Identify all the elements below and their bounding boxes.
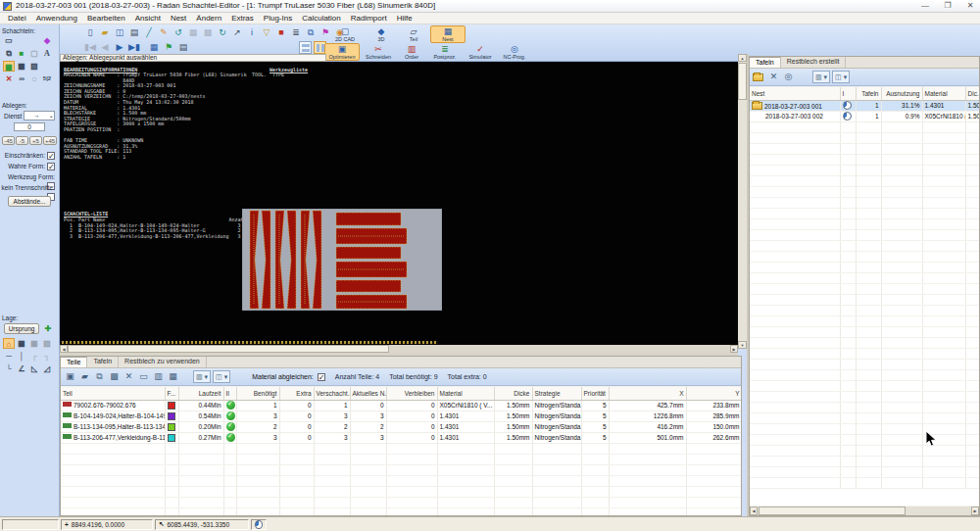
close-button[interactable]: ✕ [963, 0, 977, 12]
draw-line-icon[interactable]: ╱ [142, 26, 156, 39]
scrollbar-thumb[interactable] [759, 507, 906, 515]
array-full-icon[interactable]: ▩ [16, 61, 27, 72]
array-selected-icon[interactable]: ▦ [3, 61, 15, 72]
grid-1-icon[interactable]: ▦ [16, 338, 27, 349]
angle-minus-45-button[interactable]: -45 [2, 136, 15, 145]
grid-icon[interactable]: ▦ [147, 41, 161, 54]
circle-dashed-icon[interactable]: ◌ [28, 73, 40, 84]
open-icon[interactable]: ▰ [98, 26, 112, 39]
nest-canvas[interactable]: BEARBEITUNGSINFORMATIONEN Werkzeugliste … [60, 62, 738, 340]
table-row[interactable]: B-113-134-095,Halter-B-113-134-09... 0.2… [61, 421, 741, 432]
origin-add-icon[interactable]: ✚ [42, 323, 54, 334]
material-match-checkbox[interactable] [318, 373, 325, 381]
nest-target-icon[interactable]: ◎ [782, 71, 795, 83]
jump-icon[interactable]: ↗ [230, 26, 244, 39]
open-nest-icon[interactable] [753, 73, 763, 81]
triangle-right-icon[interactable]: ◿ [41, 363, 53, 374]
workflow-3d-button[interactable]: ◆ 3D [366, 25, 397, 43]
workflow-order-button[interactable]: ▥ Order [397, 43, 426, 61]
origin-home-icon[interactable]: ⌂ [3, 338, 15, 349]
angle-input[interactable]: 0 [14, 122, 45, 131]
angle-minus-5-button[interactable]: -5 [16, 136, 28, 145]
sequence-icon[interactable]: ↺ [172, 26, 185, 39]
menu-calculation[interactable]: Calculation [297, 13, 346, 24]
import-part-icon[interactable]: ▰ [78, 370, 91, 383]
workflow-postproz-button[interactable]: ≣ Postproz. [428, 43, 462, 61]
view-dropdown-2[interactable]: ◫ ▾ [832, 71, 850, 83]
scroll-left-icon[interactable]: ◀ [60, 345, 68, 353]
constrain-checkbox[interactable] [47, 152, 55, 160]
scroll-up-icon[interactable]: ▲ [738, 54, 747, 62]
print-icon[interactable]: ▤ [127, 26, 141, 39]
workflow-nc-prog-button[interactable]: ◎ NC-Prog. [499, 43, 530, 61]
workflow-nest-button[interactable]: ▦ Nest [430, 25, 466, 43]
menu-extras[interactable]: Extras [226, 13, 259, 24]
outline-icon[interactable]: ▢ [28, 48, 40, 59]
tab-teile[interactable]: Teile [61, 357, 87, 367]
distances-button[interactable]: Abstände... [8, 196, 51, 207]
first-icon[interactable]: ▮◀ [83, 41, 97, 54]
scroll-right-icon[interactable]: ▶ [971, 507, 979, 515]
window-icon[interactable]: ⧉ [304, 26, 318, 39]
new-icon[interactable]: ▯ [83, 26, 97, 39]
copy-icon[interactable]: ▦ [186, 26, 200, 39]
menu-nest[interactable]: Nest [166, 13, 191, 24]
menu-radimport[interactable]: Radimport [346, 13, 392, 24]
corner-tr-icon[interactable]: ┐ [41, 351, 53, 362]
info-icon[interactable]: i [245, 26, 259, 39]
angle-plus-45-button[interactable]: +45 [43, 136, 57, 145]
view-dropdown-1[interactable]: ▥ ▾ [812, 71, 830, 83]
paste-icon[interactable]: ▩ [108, 370, 121, 383]
paste-icon[interactable]: ▩ [201, 26, 215, 39]
true-shape-checkbox[interactable] [47, 163, 55, 170]
save-icon[interactable]: ◫ [113, 26, 126, 39]
workflow-optimieren-button[interactable]: ▣ Optimieren [324, 43, 360, 61]
cluster-icon[interactable]: ◆ [41, 35, 53, 46]
sheets-horizontal-scrollbar[interactable]: ◀ ▶ [750, 507, 979, 515]
maximize-button[interactable]: ❐ [941, 0, 955, 12]
nest-sheet-preview[interactable] [242, 209, 442, 311]
table-row[interactable]: 79002.676-79002.676 0.44Min 1 0 1 0 0 X0… [61, 400, 741, 410]
table-row[interactable]: 2018-03-27-003 001 1 31.1% 1.4301 1.50m [750, 100, 979, 111]
triangle-left-icon[interactable]: ◺ [28, 363, 40, 374]
delete-icon[interactable]: ✕ [122, 370, 135, 383]
thumbnails-icon[interactable]: ▦ [167, 370, 179, 383]
grid-3-icon[interactable]: ▨ [41, 338, 53, 349]
table-row[interactable]: B-113-206-477,Verkleidung-B-113-2... 0.2… [61, 432, 741, 443]
service-dropdown[interactable]: → ⌄ [24, 111, 55, 121]
line-v-icon[interactable]: │ [16, 351, 27, 362]
scrollbar-thumb[interactable] [68, 345, 389, 353]
scrollbar-thumb[interactable] [738, 63, 747, 100]
tab-restblech[interactable]: Restblech zu verwenden [119, 357, 207, 367]
tab-restblech-erstellt[interactable]: Restblech erstellt [781, 57, 847, 68]
table-row[interactable]: B-104-149-024,Halter-B-104-149-02... 0.5… [61, 410, 741, 421]
stop-icon[interactable]: ■ [274, 26, 288, 39]
fill-icon[interactable]: ■ [16, 48, 27, 59]
chain-icon[interactable]: ∞ [16, 73, 27, 84]
filter-icon[interactable]: ▽ [260, 26, 273, 39]
sheets-table-header[interactable]: Nest I Tafeln Ausnutzung Material Dic... [750, 87, 979, 100]
origin-button[interactable]: Ursprung [4, 323, 39, 334]
text-icon[interactable]: A [41, 48, 53, 59]
line-h-icon[interactable]: ─ [3, 351, 15, 362]
menu-hilfe[interactable]: Hilfe [392, 13, 417, 24]
view-dropdown-2[interactable]: ◫ ▾ [213, 370, 230, 383]
delete-icon[interactable]: ✕ [767, 71, 780, 83]
flag-green-icon[interactable]: ⚑ [162, 41, 175, 54]
tab-tafeln[interactable]: Tafeln [87, 357, 119, 367]
parts-table-header[interactable]: Teil F... Laufzeit II Benötigt Extra Ver… [61, 387, 741, 400]
workflow-simulator-button[interactable]: ✓ Simulator [464, 43, 497, 61]
scroll-left-icon[interactable]: ◀ [750, 507, 758, 515]
play-icon[interactable]: ▶ [113, 41, 126, 54]
workflow-teil-button[interactable]: ▱ Teil [399, 25, 428, 43]
copy-icon[interactable]: ⧉ [93, 370, 106, 383]
last-icon[interactable]: ▶▮ [127, 41, 141, 54]
angle-icon[interactable]: ∠ [16, 363, 27, 374]
array-part-icon[interactable]: ▨ [28, 61, 40, 72]
canvas-horizontal-scrollbar[interactable]: ◀ ▶ [60, 345, 738, 353]
menu-anwendung[interactable]: Anwendung [31, 13, 82, 24]
menu-aendern[interactable]: Ändern [191, 13, 226, 24]
menu-ansicht[interactable]: Ansicht [130, 13, 166, 24]
corner-tl-icon[interactable]: ┌ [28, 351, 40, 362]
columns-icon[interactable]: ▥ [152, 370, 165, 383]
